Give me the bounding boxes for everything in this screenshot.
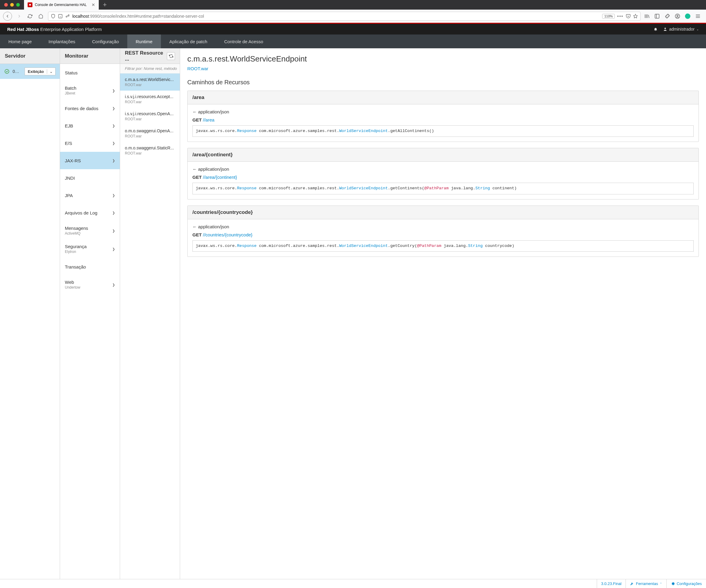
pocket-icon[interactable] bbox=[626, 14, 631, 18]
monitor-item-sublabel: ActiveMQ bbox=[65, 231, 115, 236]
sidebar-icon[interactable] bbox=[654, 13, 660, 19]
user-menu[interactable]: administrador ⌄ bbox=[663, 27, 699, 32]
nav-implantações[interactable]: Implantações bbox=[40, 35, 84, 48]
resource-item[interactable]: o.m.o.swaggerui.OpenA...ROOT.war bbox=[120, 125, 180, 142]
close-window-icon[interactable] bbox=[4, 3, 8, 7]
monitor-item-label: Web bbox=[65, 280, 115, 285]
resource-item-title: c.m.a.s.rest.WorldServic... bbox=[125, 77, 175, 82]
toolbar-right bbox=[644, 13, 703, 19]
chevron-right-icon: ❯ bbox=[112, 159, 115, 163]
method-line: GET //countries/{countrycode} bbox=[192, 232, 694, 237]
produces-line: ←application/json bbox=[192, 167, 694, 172]
resource-column-header: REST Resource ... bbox=[120, 48, 180, 64]
nav-aplicação-de-patch[interactable]: Aplicação de patch bbox=[161, 35, 216, 48]
resource-item[interactable]: i.s.v.j.i.resources.Accept...ROOT.war bbox=[120, 91, 180, 108]
svg-point-16 bbox=[665, 28, 666, 29]
chevron-right-icon: ❯ bbox=[112, 247, 115, 251]
minimize-window-icon[interactable] bbox=[10, 3, 14, 7]
menu-icon[interactable] bbox=[695, 13, 701, 19]
browser-tab[interactable]: Console de Gerenciamento HAL ✕ bbox=[24, 0, 99, 10]
monitor-item-transa-o[interactable]: Transação bbox=[60, 258, 120, 276]
resource-item[interactable]: o.m.o.swaggerui.StaticR...ROOT.war bbox=[120, 142, 180, 159]
resource-path-header: /countries/{countrycode} bbox=[188, 206, 699, 219]
monitor-item-jpa[interactable]: JPA❯ bbox=[60, 186, 120, 204]
resource-item-title: o.m.o.swaggerui.OpenA... bbox=[125, 128, 175, 133]
home-button[interactable] bbox=[37, 13, 44, 20]
monitor-item-jax-rs[interactable]: JAX-RS❯ bbox=[60, 152, 120, 169]
section-title: Caminhos de Recursos bbox=[187, 79, 699, 86]
monitor-item-label: Batch bbox=[65, 85, 115, 91]
server-column: Servidor 05b... Exibição ⌄ bbox=[0, 48, 60, 579]
resource-path-body: ←application/jsonGET //countries/{countr… bbox=[188, 219, 699, 256]
chevron-right-icon: ❯ bbox=[112, 141, 115, 145]
monitor-item-mensagens[interactable]: MensagensActiveMQ❯ bbox=[60, 221, 120, 240]
server-item[interactable]: 05b... Exibição ⌄ bbox=[0, 64, 60, 79]
method-path-link[interactable]: //area bbox=[203, 117, 214, 122]
tab-title: Console de Gerenciamento HAL bbox=[35, 3, 87, 7]
monitor-item-label: EJB bbox=[65, 123, 73, 128]
deployment-link[interactable]: ROOT.war bbox=[187, 66, 208, 71]
extension-icon[interactable] bbox=[665, 13, 670, 19]
resource-path-card: /area←application/jsonGET //areajavax.ws… bbox=[187, 91, 699, 142]
resource-item[interactable]: i.s.v.j.i.resources.OpenA...ROOT.war bbox=[120, 108, 180, 125]
server-column-header: Servidor bbox=[0, 48, 60, 64]
monitor-item-label: Mensagens bbox=[65, 225, 115, 231]
monitor-item-jndi[interactable]: JNDI bbox=[60, 169, 120, 186]
method-line: GET //area/{continent} bbox=[192, 175, 694, 180]
resource-item-sub: ROOT.war bbox=[125, 151, 175, 155]
chevron-down-icon: ⌄ bbox=[47, 69, 55, 74]
window-controls bbox=[0, 3, 24, 7]
monitor-item-arquivos-de-log[interactable]: Arquivos de Log❯ bbox=[60, 204, 120, 221]
nav-controle-de-acesso[interactable]: Controle de Acesso bbox=[216, 35, 272, 48]
monitor-item-batch[interactable]: BatchJBeret❯ bbox=[60, 81, 120, 99]
monitor-item-status[interactable]: Status bbox=[60, 64, 120, 81]
monitor-item-fontes-de-dados[interactable]: Fontes de dados❯ bbox=[60, 99, 120, 117]
monitor-item-label: Fontes de dados bbox=[65, 106, 99, 111]
resource-item-sub: ROOT.war bbox=[125, 134, 175, 138]
library-icon[interactable] bbox=[644, 13, 650, 19]
resource-item-title: i.s.v.j.i.resources.Accept... bbox=[125, 94, 175, 99]
page-info-icon bbox=[58, 14, 63, 18]
resource-item[interactable]: c.m.a.s.rest.WorldServic...ROOT.war bbox=[120, 74, 180, 91]
resource-header-label: REST Resource ... bbox=[125, 50, 167, 62]
reload-button[interactable] bbox=[27, 13, 34, 20]
nav-configuração[interactable]: Configuração bbox=[84, 35, 127, 48]
nav-home-page[interactable]: Home page bbox=[0, 35, 40, 48]
user-icon bbox=[663, 27, 667, 31]
brand-strong: Red Hat JBoss bbox=[7, 27, 39, 32]
filter-input[interactable]: Filtrar por: Nome rest, método bbox=[120, 64, 180, 74]
browser-tab-strip: Console de Gerenciamento HAL ✕ + bbox=[0, 0, 706, 10]
grammarly-icon[interactable] bbox=[685, 13, 691, 19]
tab-close-icon[interactable]: ✕ bbox=[91, 2, 95, 7]
monitor-item-sublabel: Elytron bbox=[65, 250, 115, 254]
method-line: GET //area bbox=[192, 117, 694, 122]
notifications-icon[interactable] bbox=[654, 27, 658, 31]
account-icon[interactable] bbox=[675, 13, 680, 19]
url-bar[interactable]: localhost:9990/console/index.html#runtim… bbox=[48, 12, 640, 21]
monitor-item-e-s[interactable]: E/S❯ bbox=[60, 134, 120, 152]
more-actions-icon[interactable]: ••• bbox=[617, 14, 623, 18]
resource-item-sub: ROOT.war bbox=[125, 117, 175, 121]
nav-runtime[interactable]: Runtime bbox=[127, 35, 161, 48]
back-button[interactable] bbox=[3, 12, 12, 21]
zoom-badge[interactable]: 110% bbox=[602, 14, 615, 18]
resource-item-sub: ROOT.war bbox=[125, 100, 175, 104]
view-dropdown[interactable]: Exibição ⌄ bbox=[25, 68, 55, 75]
monitor-item-sublabel: Undertow bbox=[65, 285, 115, 290]
method-path-link[interactable]: //area/{continent} bbox=[203, 175, 237, 180]
monitor-item-ejb[interactable]: EJB❯ bbox=[60, 117, 120, 134]
method-path-link[interactable]: //countries/{countrycode} bbox=[203, 232, 252, 237]
monitor-item-seguran-a[interactable]: SegurançaElytron❯ bbox=[60, 240, 120, 258]
new-tab-button[interactable]: + bbox=[99, 1, 111, 9]
chevron-right-icon: ❯ bbox=[112, 124, 115, 128]
maximize-window-icon[interactable] bbox=[16, 3, 20, 7]
bookmark-star-icon[interactable] bbox=[633, 14, 638, 18]
shield-icon bbox=[51, 14, 55, 18]
monitor-column: Monitorar StatusBatchJBeret❯Fontes de da… bbox=[60, 48, 120, 579]
chevron-right-icon: ❯ bbox=[112, 194, 115, 198]
monitor-item-web[interactable]: WebUndertow❯ bbox=[60, 276, 120, 294]
forward-button[interactable] bbox=[15, 13, 23, 20]
monitor-item-label: JAX-RS bbox=[65, 158, 81, 163]
refresh-button[interactable] bbox=[167, 52, 175, 60]
resource-item-title: i.s.v.j.i.resources.OpenA... bbox=[125, 111, 175, 116]
